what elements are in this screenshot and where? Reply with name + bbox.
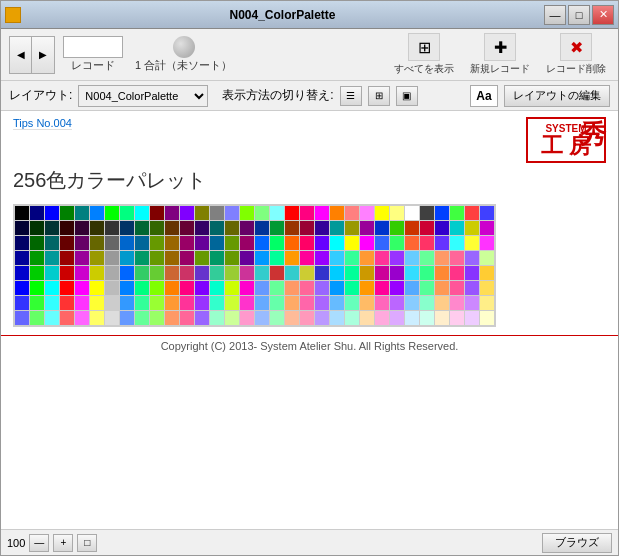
color-cell[interactable] [15,251,29,265]
color-cell[interactable] [450,251,464,265]
color-cell[interactable] [210,311,224,325]
color-cell[interactable] [15,206,29,220]
color-cell[interactable] [450,281,464,295]
color-cell[interactable] [285,296,299,310]
color-cell[interactable] [120,236,134,250]
color-cell[interactable] [330,236,344,250]
color-cell[interactable] [315,296,329,310]
color-cell[interactable] [435,221,449,235]
color-cell[interactable] [330,251,344,265]
color-cell[interactable] [375,206,389,220]
color-cell[interactable] [480,251,494,265]
color-cell[interactable] [195,236,209,250]
color-cell[interactable] [45,221,59,235]
color-cell[interactable] [150,206,164,220]
color-cell[interactable] [255,236,269,250]
color-cell[interactable] [405,206,419,220]
color-cell[interactable] [285,266,299,280]
color-cell[interactable] [450,236,464,250]
color-cell[interactable] [375,266,389,280]
font-button[interactable]: Aa [470,85,498,107]
color-cell[interactable] [180,206,194,220]
color-cell[interactable] [435,281,449,295]
color-cell[interactable] [135,251,149,265]
color-cell[interactable] [30,221,44,235]
color-cell[interactable] [210,296,224,310]
color-cell[interactable] [420,296,434,310]
color-cell[interactable] [150,311,164,325]
color-cell[interactable] [120,206,134,220]
color-cell[interactable] [75,281,89,295]
color-cell[interactable] [165,236,179,250]
color-cell[interactable] [450,206,464,220]
color-cell[interactable] [315,251,329,265]
color-cell[interactable] [180,221,194,235]
color-cell[interactable] [330,221,344,235]
browse-button[interactable]: ブラウズ [542,533,612,553]
color-cell[interactable] [210,221,224,235]
color-cell[interactable] [180,266,194,280]
color-cell[interactable] [360,266,374,280]
color-cell[interactable] [405,281,419,295]
color-cell[interactable] [225,206,239,220]
color-cell[interactable] [225,281,239,295]
color-cell[interactable] [270,236,284,250]
color-cell[interactable] [270,221,284,235]
color-cell[interactable] [480,281,494,295]
color-cell[interactable] [360,296,374,310]
color-cell[interactable] [345,311,359,325]
color-cell[interactable] [360,311,374,325]
color-cell[interactable] [45,266,59,280]
color-cell[interactable] [195,311,209,325]
color-cell[interactable] [360,206,374,220]
color-cell[interactable] [75,266,89,280]
color-cell[interactable] [375,281,389,295]
color-cell[interactable] [210,281,224,295]
color-cell[interactable] [105,206,119,220]
color-cell[interactable] [135,281,149,295]
color-cell[interactable] [240,206,254,220]
color-cell[interactable] [225,221,239,235]
color-cell[interactable] [195,251,209,265]
color-cell[interactable] [75,221,89,235]
color-cell[interactable] [465,296,479,310]
color-cell[interactable] [45,206,59,220]
color-cell[interactable] [105,296,119,310]
color-cell[interactable] [300,251,314,265]
color-cell[interactable] [285,251,299,265]
color-cell[interactable] [165,296,179,310]
color-cell[interactable] [60,206,74,220]
color-cell[interactable] [45,236,59,250]
color-cell[interactable] [75,251,89,265]
color-cell[interactable] [105,266,119,280]
color-cell[interactable] [120,266,134,280]
color-cell[interactable] [60,236,74,250]
color-cell[interactable] [465,236,479,250]
color-cell[interactable] [420,251,434,265]
minimize-button[interactable]: — [544,5,566,25]
color-cell[interactable] [345,281,359,295]
color-cell[interactable] [330,281,344,295]
color-cell[interactable] [360,221,374,235]
color-cell[interactable] [15,281,29,295]
color-cell[interactable] [90,311,104,325]
color-cell[interactable] [60,266,74,280]
color-cell[interactable] [435,311,449,325]
color-cell[interactable] [405,311,419,325]
color-cell[interactable] [435,251,449,265]
color-cell[interactable] [225,251,239,265]
color-cell[interactable] [285,206,299,220]
color-cell[interactable] [30,266,44,280]
color-cell[interactable] [345,251,359,265]
color-cell[interactable] [90,251,104,265]
color-cell[interactable] [255,266,269,280]
color-cell[interactable] [135,206,149,220]
color-cell[interactable] [330,311,344,325]
color-cell[interactable] [135,236,149,250]
color-cell[interactable] [195,281,209,295]
color-cell[interactable] [30,311,44,325]
color-cell[interactable] [120,221,134,235]
color-cell[interactable] [165,311,179,325]
color-cell[interactable] [255,311,269,325]
color-cell[interactable] [270,281,284,295]
